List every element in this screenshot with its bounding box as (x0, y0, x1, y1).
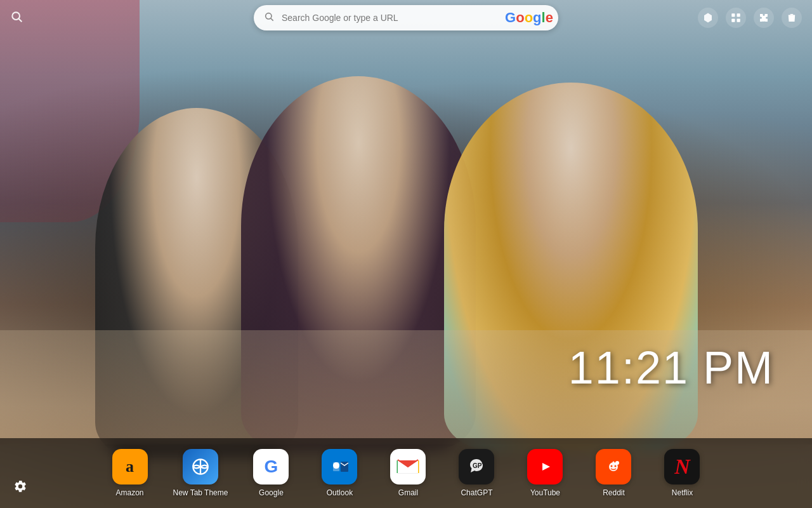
app-gmail[interactable]: Gmail (383, 449, 433, 497)
youtube-label: YouTube (530, 488, 560, 497)
newtab-label: New Tab Theme (173, 488, 228, 497)
trash-icon[interactable] (782, 8, 802, 28)
youtube-icon (527, 449, 563, 485)
svg-line-1 (19, 19, 22, 22)
app-chatgpt[interactable]: GPT ChatGPT (451, 449, 502, 497)
netflix-icon: N (664, 449, 700, 485)
search-input[interactable] (282, 13, 510, 23)
svg-point-2 (266, 13, 272, 19)
svg-point-0 (12, 12, 20, 20)
search-magnifier-icon (264, 11, 274, 24)
svg-rect-7 (737, 19, 740, 22)
bottom-bar: a Amazon New Tab Theme G Google (0, 438, 812, 508)
app-youtube[interactable]: YouTube (520, 449, 570, 497)
reddit-label: Reddit (603, 488, 625, 497)
netflix-label: Netflix (672, 488, 693, 497)
google-icon: G (253, 449, 289, 485)
newtab-icon (183, 449, 218, 485)
grid-icon[interactable] (726, 8, 746, 28)
app-amazon[interactable]: a Amazon (105, 449, 155, 497)
amazon-label: Amazon (116, 488, 144, 497)
amazon-icon: a (112, 449, 148, 485)
svg-point-19 (611, 465, 613, 467)
app-reddit[interactable]: Reddit (588, 449, 639, 497)
app-newtab[interactable]: New Tab Theme (173, 449, 228, 497)
chatgpt-icon: GPT (459, 449, 494, 485)
outlook-icon (322, 449, 357, 485)
svg-rect-4 (731, 13, 735, 17)
app-outlook[interactable]: Outlook (314, 449, 365, 497)
svg-text:GPT: GPT (473, 462, 486, 469)
svg-line-22 (613, 463, 617, 464)
chatgpt-label: ChatGPT (461, 488, 492, 497)
outlook-label: Outlook (327, 488, 353, 497)
svg-rect-6 (731, 19, 735, 22)
app-netflix[interactable]: N Netflix (657, 449, 707, 497)
google-label: Google (259, 488, 284, 497)
svg-point-20 (615, 465, 617, 467)
google-logo: Google (510, 10, 548, 25)
search-icon-left[interactable] (10, 10, 23, 26)
svg-rect-5 (737, 13, 740, 17)
settings-button[interactable] (10, 476, 30, 497)
app-google[interactable]: G Google (246, 449, 296, 497)
svg-line-3 (271, 18, 273, 21)
top-right-icons (698, 8, 802, 28)
clock-display: 11:21 PM (568, 342, 774, 394)
reddit-icon (596, 449, 631, 485)
extension-icon[interactable] (698, 8, 718, 28)
top-bar: Google (0, 0, 812, 36)
puzzle-icon[interactable] (754, 8, 774, 28)
gmail-label: Gmail (398, 488, 418, 497)
gmail-icon (390, 449, 426, 485)
search-bar[interactable]: Google (254, 5, 558, 30)
